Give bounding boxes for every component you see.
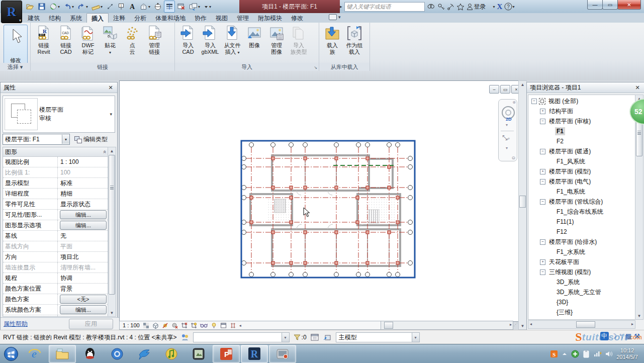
tray-show-hidden-icon[interactable] [562, 351, 568, 357]
modify-button[interactable]: 修改 [4, 25, 28, 67]
navbar-close-icon[interactable]: ⊗ [512, 100, 516, 105]
collapse-toggle-icon[interactable]: − [540, 199, 545, 205]
subscription-key-icon[interactable] [437, 3, 445, 11]
project-browser-close-icon[interactable]: ✕ [634, 84, 641, 91]
view-restore-button[interactable]: ▭ [500, 85, 510, 94]
search-icon[interactable] [427, 3, 435, 11]
zoom-tool-icon[interactable]: ⤡⌕ [502, 134, 510, 142]
vertical-scrollbar[interactable]: ▲ ▼ [518, 80, 527, 330]
taskbar-capture-tool[interactable] [186, 345, 212, 362]
view-minimize-button[interactable]: ‒ [489, 85, 499, 94]
ribbon-state-toggle[interactable]: ▾ [329, 14, 341, 20]
visual-style-icon[interactable] [152, 322, 159, 329]
aligned-dimension-icon[interactable] [105, 1, 116, 13]
tree-item-三维[interactable]: {三维} [528, 307, 635, 317]
wheel-caret-icon[interactable]: ▾ [506, 123, 508, 127]
detail-level-icon[interactable] [143, 322, 149, 329]
tray-clipboard-icon[interactable] [583, 350, 590, 358]
collapse-toggle-icon[interactable]: − [540, 320, 545, 320]
design-option-caret-icon[interactable]: ▾ [412, 333, 419, 342]
edit-type-button[interactable]: 编辑类型 [73, 134, 109, 144]
select-panel-label[interactable]: 选择 ▾ [0, 63, 30, 71]
tray-network-icon[interactable]: ★ [593, 350, 601, 357]
tab-视图[interactable]: 视图 [211, 13, 232, 23]
collapse-toggle-icon[interactable]: − [531, 99, 537, 104]
taskbar-powerpoint[interactable]: P [213, 345, 240, 363]
ribbon-button-load-as-group[interactable]: 作为组载入 [343, 24, 365, 64]
ribbon-button-load-family[interactable]: 载入族 [321, 24, 343, 64]
browser-hscroll-right-icon[interactable]: ▸ [631, 322, 633, 326]
soft-keyboard-icon[interactable]: ▦ [625, 332, 631, 340]
clock[interactable]: 10:12 2014/5/7 [616, 347, 640, 360]
tree-item-楼层平面给排水[interactable]: −楼层平面 (给排水) [528, 237, 635, 247]
redo-icon[interactable]: ▾ [76, 1, 89, 13]
collapse-toggle-icon[interactable]: − [540, 269, 545, 275]
graphics-section-header[interactable]: 图形 « [3, 147, 109, 157]
browser-hscroll-thumb[interactable] [576, 321, 595, 328]
reveal-constraints-icon[interactable] [230, 322, 236, 329]
tree-item-F1[interactable]: F1 [528, 126, 635, 136]
browser-vertical-scrollbar[interactable]: ▲ ▼ [635, 95, 643, 320]
type-selector-caret-icon[interactable]: ▾ [110, 112, 112, 117]
ribbon-button-point-cloud[interactable]: 点云 [121, 24, 143, 64]
collapse-toggle-icon[interactable]: − [540, 119, 545, 124]
properties-scrollbar[interactable]: ▲ ▼ [108, 147, 116, 317]
project-browser-title-bar[interactable]: 项目浏览器 - 项目1 ✕ [527, 82, 644, 93]
element-selector-combo[interactable]: 楼层平面: F1 ▾ [3, 134, 70, 145]
ribbon-button-import-gbxml[interactable]: XML 导入gbXML [199, 24, 221, 64]
tree-item-3D_系统_无立管[interactable]: 3D_系统_无立管 [528, 287, 635, 297]
browser-scroll-down-icon[interactable]: ▼ [635, 312, 643, 319]
browser-hscroll-left-icon[interactable]: ◂ [530, 322, 532, 326]
ribbon-cycle-icon[interactable] [329, 14, 337, 20]
taskbar-revit[interactable]: R [241, 345, 268, 363]
tree-item-结构平面[interactable]: +结构平面 [528, 106, 635, 116]
tree-item-F1_风系统[interactable]: F1_风系统 [528, 156, 635, 166]
expand-toggle-icon[interactable]: + [540, 109, 545, 114]
reveal-hidden-elements-icon[interactable] [211, 322, 217, 329]
taskbar-thunder[interactable] [104, 345, 130, 362]
signin-user-icon[interactable]: 登录 ▾ [467, 3, 495, 11]
properties-help-link[interactable]: 属性帮助 [4, 320, 28, 328]
close-button[interactable]: ✕ [617, 0, 641, 10]
vscroll-down-icon[interactable]: ▼ [519, 322, 526, 329]
ribbon-button-link-revit[interactable]: RRVT 链接Revit [33, 24, 55, 64]
tab-附加模块[interactable]: 附加模块 [253, 13, 287, 23]
tree-item-楼层平面暖通[interactable]: −楼层平面 (暖通) [528, 146, 635, 156]
tree-item-F1_水系统[interactable]: F1_水系统 [528, 247, 635, 257]
tree-item-楼层平面管线综合[interactable]: −楼层平面 (管线综合) [528, 197, 635, 207]
temporary-hide-isolate-icon[interactable] [200, 322, 208, 329]
tree-item-F12[interactable]: F12 [528, 227, 635, 237]
tree-item-楼层平面电气[interactable]: −楼层平面 (电气) [528, 176, 635, 187]
ribbon-button-link-cad[interactable]: CAD 链接CAD [55, 24, 77, 64]
signin-caret-icon[interactable]: ▾ [493, 5, 495, 9]
taskbar-internet-explorer[interactable]: e [22, 345, 48, 362]
scale-button[interactable]: 1 : 100 [123, 322, 140, 328]
tree-item-三维视图模型[interactable]: −三维视图 (模型) [528, 267, 635, 277]
tree-item-天花板平面[interactable]: +天花板平面 [528, 257, 635, 267]
vscroll-thumb[interactable] [519, 196, 526, 208]
temporary-view-properties-icon[interactable] [220, 322, 227, 329]
horizontal-scrollbar[interactable]: ▸ [381, 321, 513, 330]
navbar-minimize-icon[interactable]: ⊖ [511, 155, 515, 160]
exchange-apps-icon[interactable]: X [497, 3, 503, 11]
tree-item-立面建筑立面[interactable]: −立面 (建筑立面) [528, 317, 635, 320]
import-panel-label[interactable]: 导入 ↘ [175, 63, 319, 71]
worksets-combo[interactable]: ▾ [193, 332, 290, 342]
show-crop-region-icon[interactable] [191, 322, 197, 329]
tab-结构[interactable]: 结构 [44, 13, 65, 23]
minimize-button[interactable]: — [587, 0, 603, 10]
crop-view-icon[interactable] [181, 322, 188, 329]
selection-filter[interactable]: :0 [294, 334, 307, 341]
design-option-combo[interactable]: 主模型 ▾ [336, 332, 420, 342]
collapse-toggle-icon[interactable]: − [540, 149, 545, 154]
tab-修改[interactable]: 修改 [287, 13, 308, 23]
settings-wrench-icon[interactable]: ⚒ [634, 332, 640, 340]
section-icon[interactable] [152, 1, 163, 13]
tray-green-update-icon[interactable] [571, 350, 579, 358]
link-panel-label[interactable]: 链接 [31, 63, 174, 71]
customize-icon[interactable]: ▾ [202, 1, 213, 13]
collapse-toggle-icon[interactable]: − [540, 239, 545, 245]
tree-item-视图全部[interactable]: −视图 (全部) [528, 96, 635, 106]
active-option-icon[interactable] [323, 334, 332, 341]
floor-plan-view[interactable] [120, 81, 519, 321]
